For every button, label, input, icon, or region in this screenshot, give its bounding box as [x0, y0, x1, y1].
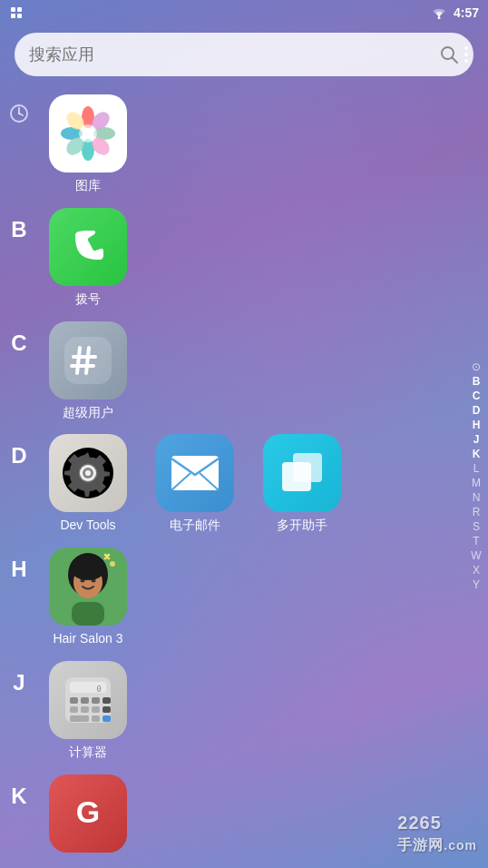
- app-item-g[interactable]: G: [38, 774, 138, 858]
- dot2: [464, 53, 468, 56]
- app-label-superuser: 超级用户: [63, 405, 113, 420]
- app-label-gallery: 图库: [75, 178, 101, 193]
- svg-point-20: [83, 129, 93, 138]
- status-bar-left: [9, 5, 24, 20]
- app-item-mail[interactable]: 电子邮件: [145, 434, 245, 533]
- app-item-calculator[interactable]: 0: [38, 661, 138, 760]
- dot3: [464, 59, 468, 63]
- search-input[interactable]: [29, 45, 430, 64]
- section-b: B 拨号: [0, 201, 464, 314]
- alpha-clock[interactable]: ⊙: [468, 360, 484, 373]
- section-recent: 图库: [0, 87, 464, 201]
- section-letter-b: B: [0, 204, 38, 242]
- svg-rect-43: [72, 602, 104, 626]
- svg-rect-55: [70, 715, 89, 722]
- svg-rect-1: [17, 7, 22, 12]
- app-item-hairsalon[interactable]: Hair Salon 3: [38, 547, 138, 646]
- svg-rect-50: [102, 697, 111, 704]
- section-h: H: [0, 540, 464, 654]
- section-j-apps: 0: [38, 657, 464, 767]
- section-letter-recent: [0, 91, 38, 129]
- app-item-multiopen[interactable]: 多开助手: [252, 434, 352, 533]
- app-icon-gallery: [49, 94, 127, 173]
- svg-rect-54: [102, 706, 111, 713]
- app-list: 图库 B 拨号 C: [0, 84, 488, 868]
- app-label-hairsalon: Hair Salon 3: [53, 631, 122, 646]
- alpha-k[interactable]: K: [468, 448, 484, 460]
- svg-rect-52: [81, 706, 89, 713]
- svg-rect-56: [92, 715, 100, 722]
- section-k: K G: [0, 767, 464, 865]
- close-icon: [9, 5, 24, 20]
- app-icon-g: G: [49, 774, 127, 853]
- dot1: [464, 46, 468, 50]
- g-icon-svg: G: [63, 788, 113, 839]
- app-icon-hairsalon: [49, 547, 127, 626]
- app-icon-multiopen: [263, 434, 341, 512]
- wifi-icon: [430, 6, 448, 19]
- svg-rect-3: [17, 14, 22, 18]
- alpha-r[interactable]: R: [468, 506, 484, 518]
- devtools-icon-svg: [62, 447, 114, 499]
- section-letter-d: D: [0, 430, 38, 469]
- section-d-apps: Dev Tools 电子邮件: [38, 430, 464, 540]
- status-bar: 4:57: [0, 0, 488, 25]
- app-label-mail: 电子邮件: [170, 518, 220, 533]
- section-c-apps: 超级用户: [38, 318, 464, 428]
- app-label-multiopen: 多开助手: [277, 518, 327, 533]
- svg-rect-49: [92, 697, 100, 704]
- hairsalon-icon-svg: [49, 547, 127, 626]
- section-letter-c: C: [0, 318, 38, 356]
- svg-line-9: [19, 113, 23, 115]
- section-j: J 0: [0, 654, 464, 767]
- section-letter-h: H: [0, 544, 38, 582]
- svg-rect-31: [171, 456, 219, 490]
- alpha-y[interactable]: Y: [468, 578, 484, 591]
- app-icon-phone: [49, 208, 127, 286]
- svg-rect-47: [70, 697, 78, 704]
- alpha-l[interactable]: L: [468, 462, 484, 475]
- alpha-w[interactable]: W: [468, 549, 484, 562]
- recent-apps-grid: 图库: [38, 91, 464, 201]
- alpha-x[interactable]: X: [468, 564, 484, 577]
- svg-text:G: G: [76, 794, 100, 829]
- section-letter-j: J: [0, 657, 38, 695]
- section-d: D Dev To: [0, 427, 464, 540]
- svg-line-6: [453, 58, 458, 64]
- alpha-n[interactable]: N: [468, 491, 484, 504]
- app-item-superuser[interactable]: 超级用户: [38, 321, 138, 420]
- alpha-h[interactable]: H: [468, 419, 484, 431]
- app-label-calculator: 计算器: [69, 745, 107, 760]
- section-h-apps: Hair Salon 3: [38, 544, 464, 654]
- watermark-text: 2265手游网.com: [397, 813, 477, 853]
- section-letter-k: K: [0, 771, 38, 809]
- status-bar-right: 4:57: [430, 5, 479, 20]
- gallery-icon-svg: [59, 104, 117, 163]
- svg-point-41: [70, 555, 106, 580]
- app-label-devtools: Dev Tools: [60, 518, 115, 533]
- alpha-m[interactable]: M: [468, 477, 484, 489]
- multiopen-icon-svg: [277, 448, 327, 498]
- more-menu-button[interactable]: [464, 46, 468, 63]
- search-bar[interactable]: [15, 33, 473, 76]
- app-item-phone[interactable]: 拨号: [38, 208, 138, 307]
- alpha-c[interactable]: C: [468, 390, 484, 402]
- alpha-j[interactable]: J: [468, 433, 484, 446]
- mail-icon-svg: [171, 455, 220, 491]
- app-label-phone: 拨号: [75, 291, 101, 307]
- app-icon-mail: [156, 434, 234, 512]
- svg-rect-0: [11, 7, 15, 12]
- search-bar-container: [0, 25, 488, 84]
- superuser-icon-svg: [63, 335, 113, 386]
- calculator-icon-svg: 0: [62, 674, 114, 726]
- svg-rect-51: [70, 706, 78, 713]
- app-item-gallery[interactable]: 图库: [38, 94, 138, 193]
- alpha-t[interactable]: T: [468, 535, 484, 547]
- alpha-b[interactable]: B: [468, 375, 484, 388]
- svg-rect-48: [81, 697, 89, 704]
- search-icon: [439, 44, 459, 64]
- alpha-d[interactable]: D: [468, 404, 484, 417]
- app-item-devtools[interactable]: Dev Tools: [38, 434, 138, 533]
- svg-point-30: [85, 470, 91, 476]
- alpha-s[interactable]: S: [468, 520, 484, 533]
